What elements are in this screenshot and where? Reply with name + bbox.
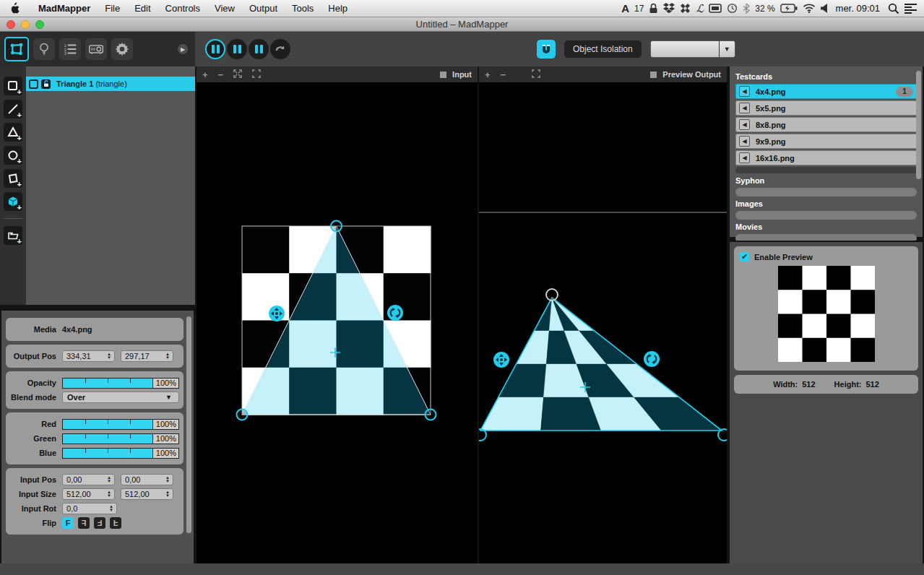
play-triangle-icon[interactable]: ◀ <box>739 86 750 97</box>
play-triangle-icon[interactable]: ◀ <box>739 119 750 130</box>
vertex-handle[interactable] <box>546 289 558 301</box>
menu-tools[interactable]: Tools <box>285 3 321 14</box>
flip-both-button[interactable]: F <box>94 517 105 529</box>
green-slider[interactable]: 100% <box>62 433 179 444</box>
input-rot-stepper[interactable]: 0,0 ▲▼ <box>62 503 117 514</box>
zoom-out-button[interactable]: − <box>501 69 506 80</box>
fit-view-button[interactable] <box>233 68 242 81</box>
stepper-arrows-icon[interactable]: ▲▼ <box>104 353 114 360</box>
menu-output[interactable]: Output <box>242 3 285 14</box>
apple-menu-icon[interactable] <box>9 2 20 14</box>
stepper-arrows-icon[interactable]: ▲▼ <box>106 505 116 512</box>
preset-dropdown[interactable]: ▼ <box>650 40 735 58</box>
media-section-title-testcards[interactable]: Testcards <box>735 72 917 81</box>
rotate-surface-handle[interactable] <box>644 351 660 367</box>
frame-selection-button[interactable] <box>532 68 540 81</box>
play-triangle-icon[interactable]: ◀ <box>739 103 750 113</box>
collapse-panel-button[interactable]: ▶ <box>178 44 188 54</box>
blue-slider-track[interactable] <box>63 449 152 458</box>
input-source-icon[interactable]: A <box>621 2 629 14</box>
input-size-y-stepper[interactable]: 512,00 ▲▼ <box>121 488 173 500</box>
launchbar-script-l-icon[interactable]: ℒ <box>696 2 704 15</box>
input-size-x-stepper[interactable]: 512,00 ▲▼ <box>62 488 115 500</box>
rotate-surface-handle[interactable] <box>387 305 403 321</box>
testcard-row-4x4.png[interactable]: ◀4x4.png1 <box>735 84 917 99</box>
antivirus-icon[interactable] <box>680 3 691 14</box>
zoom-out-button[interactable]: − <box>218 69 224 80</box>
input-canvas[interactable] <box>197 82 478 563</box>
move-surface-handle[interactable] <box>269 306 285 321</box>
edit-tool-button-2[interactable] <box>227 39 247 59</box>
add-line-surface-button[interactable]: + <box>4 100 22 118</box>
layer-visibility-checkbox[interactable] <box>29 79 38 89</box>
dropbox-icon[interactable] <box>663 3 675 14</box>
menu-file[interactable]: File <box>98 3 127 14</box>
testcard-row-16x16.png[interactable]: ◀16x16.png <box>735 150 917 165</box>
add-triangle-surface-button[interactable]: + <box>4 123 22 142</box>
stepper-arrows-icon[interactable]: ▲▼ <box>163 353 173 360</box>
media-section-title-movies[interactable]: Movies <box>735 222 917 231</box>
green-slider-track[interactable] <box>63 434 152 444</box>
zoom-window-button[interactable] <box>35 20 44 29</box>
vertex-handle[interactable] <box>331 221 342 232</box>
hotspot-lock-icon[interactable] <box>649 3 658 14</box>
spotlight-icon[interactable] <box>888 3 899 14</box>
input-count[interactable]: 17 <box>634 4 644 14</box>
play-triangle-icon[interactable]: ◀ <box>739 136 750 147</box>
opacity-slider[interactable]: 100% <box>62 378 179 389</box>
media-section-title-syphon[interactable]: Syphon <box>735 176 917 185</box>
media-section-title-images[interactable]: Images <box>735 199 917 208</box>
rotate-tool-button[interactable] <box>270 39 290 59</box>
menu-edit[interactable]: Edit <box>127 3 157 14</box>
red-slider-track[interactable] <box>63 420 152 429</box>
output-pos-y-stepper[interactable]: 297,17 ▲▼ <box>121 350 173 362</box>
vertex-handle[interactable] <box>237 410 248 420</box>
surfaces-mode-button[interactable] <box>4 37 29 61</box>
battery-percent[interactable]: 32 % <box>755 4 774 14</box>
close-window-button[interactable] <box>7 20 15 29</box>
volume-icon[interactable] <box>821 4 828 13</box>
red-slider[interactable]: 100% <box>62 419 179 430</box>
minimize-window-button[interactable] <box>21 20 30 29</box>
layer-row-triangle-1[interactable]: Triangle 1 (triangle) <box>26 77 195 91</box>
flip-horizontal-button[interactable]: F <box>78 517 90 529</box>
move-surface-handle[interactable] <box>493 352 509 368</box>
menubar-clock[interactable]: mer. 09:01 <box>833 3 883 14</box>
menu-view[interactable]: View <box>207 3 242 14</box>
menu-controls[interactable]: Controls <box>158 3 207 14</box>
enable-preview-checkbox[interactable]: ✔ <box>740 252 749 261</box>
select-tool-button[interactable] <box>205 39 225 59</box>
add-3d-surface-button[interactable]: + <box>4 192 22 211</box>
frame-selection-button[interactable] <box>252 68 261 81</box>
output-setup-button[interactable] <box>85 38 107 60</box>
testcards-scroll-track[interactable] <box>735 167 917 173</box>
flip-vertical-button[interactable]: F <box>110 517 121 529</box>
input-pos-x-stepper[interactable]: 0,00 ▲▼ <box>62 474 115 485</box>
notification-center-icon[interactable] <box>904 4 917 14</box>
add-circle-surface-button[interactable]: + <box>4 146 22 165</box>
displays-icon[interactable] <box>709 4 722 14</box>
stepper-arrows-icon[interactable]: ▲▼ <box>163 490 173 498</box>
time-machine-icon[interactable] <box>727 3 738 14</box>
stepper-arrows-icon[interactable]: ▲▼ <box>163 476 173 483</box>
menu-app-name[interactable]: MadMapper <box>31 3 98 14</box>
zoom-in-button[interactable]: + <box>485 69 491 80</box>
testcard-row-9x9.png[interactable]: ◀9x9.png <box>735 134 917 149</box>
input-pos-y-stepper[interactable]: 0,00 ▲▼ <box>121 474 173 485</box>
blue-slider[interactable]: 100% <box>62 448 179 459</box>
bluetooth-icon[interactable] <box>743 3 750 14</box>
vertex-handle[interactable] <box>426 410 436 420</box>
layer-lock-toggle[interactable] <box>41 79 51 89</box>
fixtures-mode-button[interactable] <box>33 38 55 60</box>
edit-tool-button-3[interactable] <box>249 39 269 59</box>
testcard-row-8x8.png[interactable]: ◀8x8.png <box>735 117 917 132</box>
wifi-icon[interactable] <box>803 4 816 13</box>
stepper-arrows-icon[interactable]: ▲▼ <box>104 476 114 483</box>
testcard-row-5x5.png[interactable]: ◀5x5.png <box>735 100 917 116</box>
stepper-arrows-icon[interactable]: ▲▼ <box>104 490 114 498</box>
preview-canvas[interactable] <box>479 82 727 563</box>
snap-magnet-button[interactable] <box>537 40 556 59</box>
opacity-slider-track[interactable] <box>63 379 152 388</box>
add-quad-surface-button[interactable]: + <box>4 77 22 95</box>
media-browser-scrollbar[interactable] <box>916 71 921 179</box>
